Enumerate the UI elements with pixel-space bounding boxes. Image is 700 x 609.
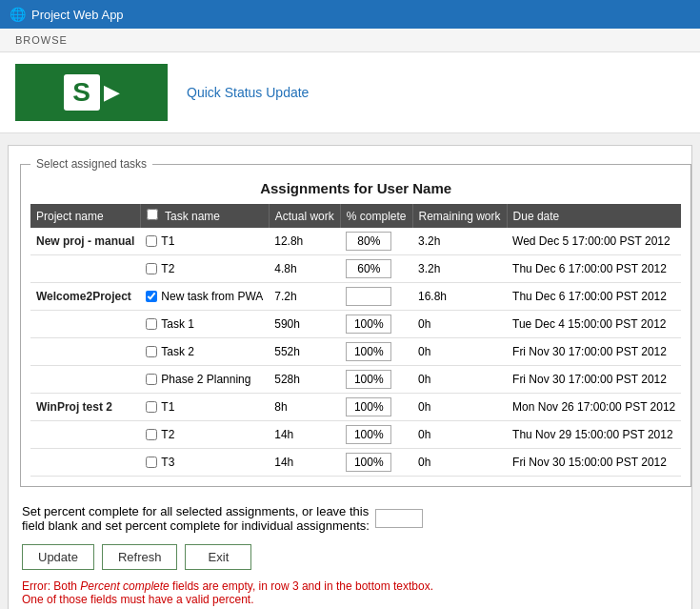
percent-input[interactable]: [346, 370, 391, 389]
update-button[interactable]: Update: [22, 544, 94, 570]
set-percent-text: Set percent complete for all selected as…: [22, 504, 370, 533]
due-date-cell: Thu Nov 29 15:00:00 PST 2012: [507, 421, 681, 449]
remaining-work-cell: 3.2h: [412, 228, 507, 255]
task-label: T2: [161, 262, 174, 275]
percent-input[interactable]: [346, 397, 391, 416]
select-all-checkbox[interactable]: [147, 209, 158, 220]
task-name-cell: Task 1: [140, 311, 269, 338]
title-bar: 🌐 Project Web App: [0, 0, 700, 29]
percent-input[interactable]: [346, 342, 391, 361]
task-checkbox[interactable]: [146, 374, 157, 385]
table-row: Welcome2ProjectNew task from PWA7.2h16.8…: [30, 283, 681, 311]
app-title: Project Web App: [31, 8, 124, 22]
task-checkbox[interactable]: [146, 346, 157, 357]
due-date-cell: Fri Nov 30 15:00:00 PST 2012: [507, 449, 681, 477]
remaining-work-cell: 0h: [412, 421, 507, 449]
due-date-cell: Wed Dec 5 17:00:00 PST 2012: [507, 228, 681, 255]
sharepoint-logo: S ▶: [15, 64, 168, 121]
table-row: New proj - manualT112.8h3.2hWed Dec 5 17…: [30, 228, 681, 255]
task-label: New task from PWA: [161, 290, 263, 303]
error-line-2: One of those fields must have a valid pe…: [22, 593, 678, 606]
percent-complete-cell[interactable]: [340, 394, 412, 421]
percent-complete-cell[interactable]: [340, 255, 412, 283]
sharepoint-s-logo: S: [64, 74, 100, 111]
table-row: Phase 2 Planning528h0hFri Nov 30 17:00:0…: [30, 366, 681, 394]
actual-work-cell: 552h: [269, 338, 340, 366]
percent-complete-cell[interactable]: [340, 366, 412, 394]
task-label: T1: [161, 234, 174, 248]
table-header-row: Project name Task name Actual work % com…: [30, 204, 681, 228]
due-date-cell: Mon Nov 26 17:00:00 PST 2012: [507, 394, 681, 421]
percent-input[interactable]: [346, 315, 391, 334]
percent-input[interactable]: [346, 287, 391, 306]
percent-complete-cell[interactable]: [340, 283, 412, 311]
percent-input[interactable]: [346, 453, 391, 472]
refresh-button[interactable]: Refresh: [102, 544, 178, 570]
task-name-cell: T3: [140, 449, 269, 477]
browse-bar: BROWSE: [0, 29, 700, 52]
percent-complete-cell[interactable]: [340, 311, 412, 338]
project-name-cell: [30, 255, 140, 283]
task-name-cell: T1: [140, 394, 269, 421]
buttons-row: Update Refresh Exit: [22, 544, 678, 570]
task-name-cell: T2: [140, 255, 269, 283]
set-percent-description: Set percent complete for all selected as…: [22, 504, 678, 533]
task-label: Task 1: [161, 317, 194, 331]
percent-input[interactable]: [346, 259, 391, 278]
header-area: S ▶ Quick Status Update: [0, 52, 700, 133]
actual-work-cell: 14h: [269, 449, 340, 477]
task-name-cell: T1: [140, 228, 269, 255]
actual-work-cell: 8h: [269, 394, 340, 421]
task-checkbox[interactable]: [146, 235, 157, 247]
table-row: T24.8h3.2hThu Dec 6 17:00:00 PST 2012: [30, 255, 681, 283]
bottom-section: Set percent complete for all selected as…: [20, 500, 680, 609]
task-checkbox[interactable]: [146, 457, 157, 468]
percent-complete-cell[interactable]: [340, 338, 412, 366]
task-checkbox[interactable]: [146, 429, 157, 440]
table-row: Task 2552h0hFri Nov 30 17:00:00 PST 2012: [30, 338, 681, 366]
exit-button[interactable]: Exit: [185, 544, 251, 570]
percent-complete-cell[interactable]: [340, 421, 412, 449]
assignments-title: Assignments for User Name: [30, 180, 681, 196]
task-label: T2: [161, 428, 174, 441]
col-actual-work: Actual work: [269, 204, 340, 228]
project-name-cell: New proj - manual: [30, 228, 140, 255]
remaining-work-cell: 0h: [412, 338, 507, 366]
table-row: Task 1590h0hTue Dec 4 15:00:00 PST 2012: [30, 311, 681, 338]
task-checkbox[interactable]: [146, 318, 157, 330]
col-due-date: Due date: [507, 204, 681, 228]
percent-complete-cell[interactable]: [340, 228, 412, 255]
table-row: T314h0hFri Nov 30 15:00:00 PST 2012: [30, 449, 681, 477]
project-name-cell: [30, 421, 140, 449]
due-date-cell: Thu Dec 6 17:00:00 PST 2012: [507, 255, 681, 283]
due-date-cell: Tue Dec 4 15:00:00 PST 2012: [507, 311, 681, 338]
task-table: Project name Task name Actual work % com…: [30, 204, 681, 477]
actual-work-cell: 12.8h: [269, 228, 340, 255]
task-label: T3: [161, 456, 174, 469]
percent-complete-cell[interactable]: [340, 449, 412, 477]
tasks-fieldset: Select assigned tasks Assignments for Us…: [20, 157, 691, 487]
remaining-work-cell: 0h: [412, 366, 507, 394]
percent-input[interactable]: [346, 425, 391, 444]
main-content: Select assigned tasks Assignments for Us…: [8, 145, 692, 609]
actual-work-cell: 4.8h: [269, 255, 340, 283]
col-task-name: Task name: [140, 204, 269, 228]
task-checkbox[interactable]: [146, 263, 157, 274]
due-date-cell: Thu Dec 6 17:00:00 PST 2012: [507, 283, 681, 311]
project-name-cell: WinProj test 2: [30, 394, 140, 421]
task-name-cell: New task from PWA: [140, 283, 269, 311]
percent-input[interactable]: [346, 232, 391, 251]
set-percent-input[interactable]: [375, 509, 423, 528]
task-checkbox[interactable]: [146, 291, 157, 302]
sharepoint-arrow: ▶: [104, 80, 120, 105]
task-checkbox[interactable]: [146, 401, 157, 413]
col-percent-complete: % complete: [340, 204, 412, 228]
actual-work-cell: 7.2h: [269, 283, 340, 311]
remaining-work-cell: 3.2h: [412, 255, 507, 283]
quick-status-link[interactable]: Quick Status Update: [187, 85, 309, 100]
due-date-cell: Fri Nov 30 17:00:00 PST 2012: [507, 366, 681, 394]
project-name-cell: [30, 449, 140, 477]
table-row: T214h0hThu Nov 29 15:00:00 PST 2012: [30, 421, 681, 449]
error-section: Error: Both Percent complete fields are …: [22, 579, 678, 609]
project-name-cell: [30, 338, 140, 366]
